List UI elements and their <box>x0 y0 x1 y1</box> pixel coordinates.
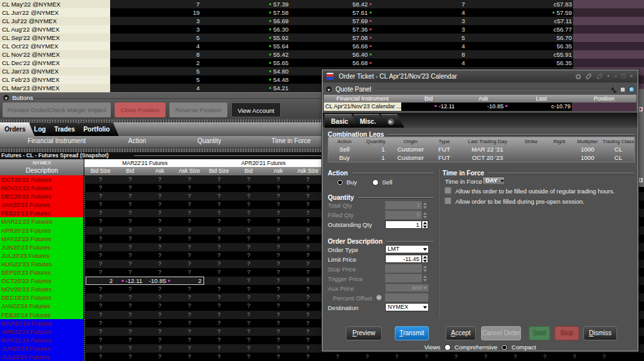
quote-cell[interactable]: ? <box>115 226 145 235</box>
spread-instrument[interactable]: APR22'24 Futures <box>0 327 83 336</box>
quote-cell[interactable]: ? <box>323 353 352 361</box>
quote-cell[interactable]: ? <box>234 209 263 217</box>
quote-cell[interactable]: ? <box>263 277 293 285</box>
quote-cell[interactable]: ? <box>589 353 619 361</box>
quote-cell[interactable]: ? <box>115 217 145 226</box>
quote-cell[interactable]: ? <box>293 235 323 243</box>
quote-cell[interactable]: ? <box>263 235 293 243</box>
quote-cell[interactable]: ? <box>234 319 263 327</box>
quote-cell[interactable]: ? <box>204 268 234 277</box>
spread-instrument[interactable]: NOV21'22 Futures <box>0 184 83 192</box>
quote-cell[interactable]: ? <box>175 353 204 361</box>
quote-cell[interactable]: ? <box>86 319 115 327</box>
quote-cell[interactable]: ? <box>86 311 115 319</box>
outstanding-qty-stepper[interactable] <box>422 220 428 229</box>
quote-cell[interactable]: ? <box>86 302 115 310</box>
quote-cell[interactable]: ? <box>86 243 115 251</box>
percent-offset-indicator[interactable] <box>376 295 382 300</box>
quote-cell[interactable]: ? <box>115 260 145 268</box>
quote-cell[interactable]: ? <box>145 293 175 302</box>
quote-cell[interactable]: ? <box>86 285 115 293</box>
quote-cell[interactable]: ? <box>263 209 293 217</box>
quote-cell[interactable]: ? <box>263 268 293 277</box>
comprehensive-radio[interactable] <box>444 344 451 351</box>
watchlist-row[interactable]: CL Mar'23 @NYMEX <box>0 84 110 92</box>
quote-cell[interactable]: ? <box>86 353 115 361</box>
quote-cell[interactable]: ? <box>175 319 204 327</box>
quote-cell[interactable]: ? <box>175 184 204 192</box>
quote-cell[interactable]: ? <box>263 319 293 327</box>
quote-cell[interactable]: ? <box>86 251 115 260</box>
quote-cell[interactable]: ? <box>145 243 175 251</box>
quote-cell[interactable]: ? <box>115 344 145 353</box>
quote-cell[interactable]: ? <box>263 327 293 336</box>
spread-instrument[interactable]: JUN20'24 Futures <box>0 344 83 353</box>
globe-icon[interactable] <box>629 86 635 93</box>
quote-cell[interactable]: ? <box>145 311 175 319</box>
view-account-button[interactable]: View Account <box>231 102 281 117</box>
watchlist-row[interactable]: CL Oct'22 @NYMEX <box>0 42 110 50</box>
quote-cell[interactable]: ? <box>145 285 175 293</box>
quote-row[interactable]: 455.6456.68456.35 <box>110 42 573 50</box>
quote-cell[interactable]: ? <box>86 192 115 200</box>
spread-instrument[interactable]: MAR20'24 Futures <box>0 319 83 327</box>
transfer-icon[interactable] <box>611 87 617 92</box>
quote-cell[interactable]: ? <box>86 327 115 336</box>
spread-instrument[interactable]: JAN20'23 Futures <box>0 200 83 209</box>
quote-cell[interactable]: ? <box>293 311 323 319</box>
quote-cell[interactable]: ? <box>263 260 293 268</box>
quote-cell[interactable]: ? <box>293 336 323 344</box>
quote-cell[interactable]: ? <box>115 175 145 184</box>
quote-cell[interactable]: ? <box>352 353 382 361</box>
quote-cell[interactable]: ? <box>115 251 145 260</box>
compact-radio[interactable] <box>501 344 507 351</box>
spread-instrument[interactable]: MAY22'23 Futures <box>0 235 83 243</box>
preopen-checkbox[interactable] <box>444 197 451 204</box>
spread-instrument[interactable]: OCT20'22 Futures <box>0 175 83 184</box>
quote-cell[interactable]: ? <box>175 235 204 243</box>
quote-panel-row[interactable]: CL Apr'21/Nov'23 Calendar ... -12.11 -10… <box>324 102 636 111</box>
close-position-button[interactable]: Close Position <box>115 102 166 117</box>
quote-cell[interactable]: ? <box>145 235 175 243</box>
quote-cell[interactable]: ? <box>115 311 145 319</box>
quote-cell[interactable]: ? <box>204 175 234 184</box>
quote-ask-cell[interactable]: -10.85 <box>456 102 511 111</box>
quote-cell[interactable]: ? <box>204 293 234 302</box>
quote-cell[interactable]: ? <box>145 192 175 200</box>
quote-cell[interactable]: ? <box>175 200 204 209</box>
buy-radio[interactable] <box>337 179 343 186</box>
quote-cell[interactable]: ? <box>145 268 175 277</box>
quote-cell[interactable]: ? <box>175 243 204 251</box>
quote-cell[interactable]: ? <box>204 243 234 251</box>
quote-cell[interactable]: ? <box>145 175 175 184</box>
destination-dropdown[interactable]: NYMEX <box>385 303 429 311</box>
collapse-quote-panel-icon[interactable]: ▼ <box>325 86 332 93</box>
quote-cell[interactable]: ? <box>115 184 145 192</box>
active-ask-size-cell[interactable]: 2 <box>175 277 204 285</box>
minimize-icon[interactable]: − <box>614 73 617 79</box>
pin-icon[interactable]: • <box>607 73 609 79</box>
quote-cell[interactable]: ? <box>204 319 234 327</box>
quote-cell[interactable]: ? <box>204 302 234 310</box>
pointer-icon[interactable] <box>620 87 625 92</box>
settings-icon[interactable] <box>576 74 581 79</box>
quote-cell[interactable]: ? <box>145 353 175 361</box>
quote-cell[interactable]: ? <box>175 344 204 353</box>
quote-cell[interactable]: ? <box>560 353 589 361</box>
quote-cell[interactable]: ? <box>293 192 323 200</box>
quote-cell[interactable]: ? <box>234 192 263 200</box>
quote-cell[interactable]: ? <box>234 344 263 353</box>
quote-cell[interactable]: ? <box>234 243 263 251</box>
quote-cell[interactable]: ? <box>234 251 263 260</box>
quote-cell[interactable]: ? <box>263 226 293 235</box>
quote-cell[interactable]: ? <box>204 209 234 217</box>
quote-cell[interactable]: ? <box>204 311 234 319</box>
quote-row[interactable]: 356.6957.693c57.11 <box>110 17 573 25</box>
quote-cell[interactable]: ? <box>175 217 204 226</box>
spread-instrument[interactable]: OCT20'23 Futures <box>0 277 83 285</box>
quote-cell[interactable]: ? <box>204 235 234 243</box>
table-splitter[interactable] <box>83 175 86 361</box>
quote-cell[interactable]: ? <box>86 336 115 344</box>
quote-cell[interactable]: ? <box>86 209 115 217</box>
tab-more[interactable]: ▶ <box>381 114 404 128</box>
